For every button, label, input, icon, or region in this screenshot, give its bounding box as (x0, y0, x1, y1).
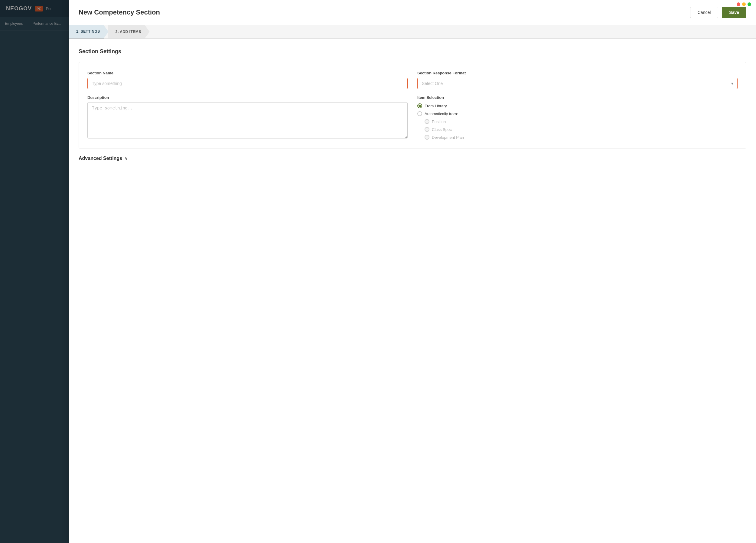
item-selection-title: Item Selection (417, 95, 738, 100)
radio-position-label: Position (432, 119, 446, 124)
minimize-button[interactable] (742, 2, 746, 6)
radio-from-library-label: From Library (425, 104, 447, 108)
form-col-description: Description (87, 95, 408, 140)
section-response-label: Section Response Format (417, 71, 738, 75)
maximize-button[interactable] (748, 2, 751, 6)
radio-class-spec-label: Class Spec (432, 127, 452, 132)
chevron-down-icon: ∨ (125, 156, 128, 161)
save-button[interactable]: Save (722, 7, 746, 18)
section-response-select[interactable]: Select One (417, 78, 738, 89)
form-col-response: Section Response Format Select One ▾ (417, 71, 738, 89)
radio-position-indicator (425, 119, 429, 124)
radio-from-library[interactable]: From Library (417, 103, 738, 108)
modal-header: New Competency Section Cancel Save (69, 0, 756, 25)
radio-group-item-selection: From Library Automatically from: (417, 103, 738, 140)
close-button[interactable] (737, 2, 740, 6)
radio-development-plan-indicator (425, 135, 429, 140)
description-textarea[interactable] (87, 102, 408, 138)
modal-actions: Cancel Save (690, 7, 746, 18)
wizard-step-add-items[interactable]: 2. ADD ITEMS (108, 25, 150, 38)
radio-automatically-indicator (417, 111, 422, 116)
radio-automatically-from[interactable]: Automatically from: (417, 111, 738, 116)
description-label: Description (87, 95, 408, 100)
form-col-item-selection: Item Selection From Library (417, 95, 738, 140)
section-settings-title: Section Settings (79, 48, 746, 55)
wizard-steps: 1. SETTINGS 2. ADD ITEMS (69, 25, 756, 39)
section-name-input[interactable] (87, 78, 408, 89)
radio-development-plan[interactable]: Development Plan (425, 135, 738, 140)
modal-title: New Competency Section (79, 8, 160, 16)
radio-class-spec-indicator (425, 127, 429, 132)
form-row-bottom: Description Item Selection (87, 95, 738, 140)
advanced-settings-toggle[interactable]: Advanced Settings ∨ (79, 156, 746, 161)
form-col-name: Section Name (87, 71, 408, 89)
form-card: Section Name Section Response Format Sel… (79, 62, 746, 148)
cancel-button[interactable]: Cancel (690, 7, 719, 18)
modal-panel: New Competency Section Cancel Save 1. SE… (69, 0, 756, 543)
advanced-settings-label: Advanced Settings (79, 156, 122, 161)
radio-from-library-indicator (417, 103, 422, 108)
sub-radio-group: Position Class Spec Development Plan (425, 119, 738, 140)
section-name-label: Section Name (87, 71, 408, 75)
modal-body: Section Settings Section Name Section Re… (69, 39, 756, 543)
app-layout: NEOGOV PE Per Employees Performance Ev..… (0, 0, 756, 543)
radio-position[interactable]: Position (425, 119, 738, 124)
radio-automatically-label: Automatically from: (425, 112, 458, 116)
radio-development-plan-label: Development Plan (432, 135, 464, 140)
wizard-step-settings[interactable]: 1. SETTINGS (69, 25, 109, 38)
form-row-top: Section Name Section Response Format Sel… (87, 71, 738, 89)
radio-class-spec[interactable]: Class Spec (425, 127, 738, 132)
modal-overlay: New Competency Section Cancel Save 1. SE… (0, 0, 756, 543)
section-response-select-wrapper: Select One ▾ (417, 78, 738, 89)
